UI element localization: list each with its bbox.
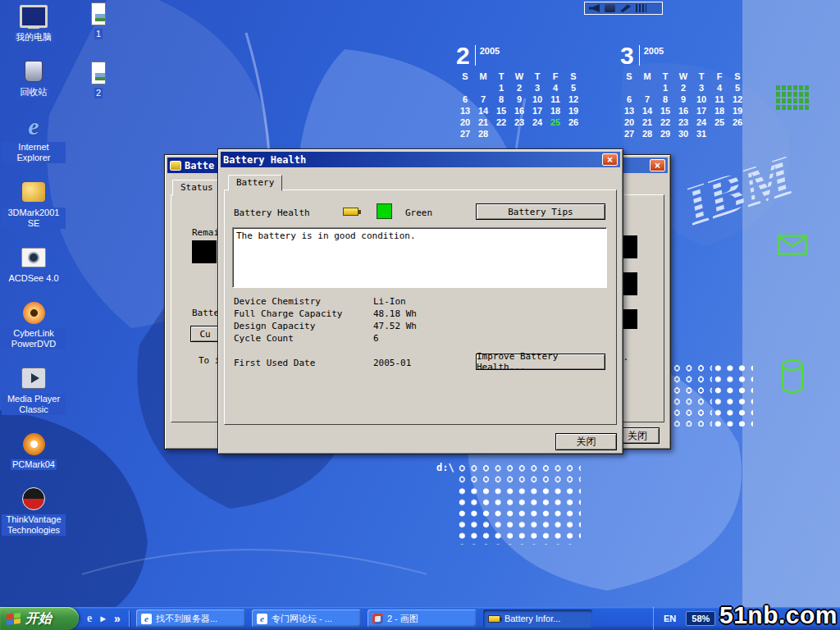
battery-detail-fields: Device ChemistryLi-IonFull Charge Capaci…: [234, 295, 595, 345]
desktop-icon-my-computer[interactable]: 我的电脑: [2, 3, 66, 43]
desktop-icon-label: 3DMark2001 SE: [2, 208, 66, 229]
paint-icon: [372, 614, 383, 624]
calendar-date: 8: [656, 94, 674, 105]
quicklaunch-ie-icon[interactable]: e: [87, 613, 92, 624]
taskbar-button[interactable]: Battery Infor...: [483, 609, 592, 628]
calendar-date: 12: [564, 94, 582, 105]
calendar-date: 27: [620, 128, 638, 139]
desktop-icon-column: 我的电脑回收站Internet Explorer3DMark2001 SEACD…: [2, 3, 66, 536]
current-button[interactable]: Cu: [190, 326, 220, 342]
close-icon[interactable]: ×: [650, 159, 665, 171]
calendar-date: 21: [638, 116, 656, 128]
battery-indicator[interactable]: 58%: [686, 611, 715, 626]
calendar-date: 23: [510, 116, 528, 128]
desktop-icon-label: 回收站: [19, 87, 49, 98]
taskbar-button-label: 2 - 画图: [387, 613, 418, 625]
health-status-swatch: [377, 203, 392, 219]
windows-logo-icon: [7, 612, 21, 624]
desktop-icon-powerdvd[interactable]: CyberLink PowerDVD: [2, 299, 66, 349]
calendar-day-header: F: [546, 71, 564, 82]
language-indicator[interactable]: EN: [664, 614, 676, 623]
tab-status[interactable]: Status: [172, 180, 221, 196]
calendar-date: 14: [638, 105, 656, 116]
field-value: 47.52 Wh: [373, 320, 417, 332]
close-icon[interactable]: ×: [602, 153, 618, 166]
calendar-date: 1: [492, 82, 510, 94]
calendar-date: 27: [456, 128, 474, 139]
quick-launch-bar: e►»: [79, 613, 129, 624]
field-label: Design Capacity: [234, 320, 373, 332]
calendar-date: [456, 82, 474, 94]
calendar-date: [564, 128, 582, 139]
file-icon-label: 1: [94, 29, 103, 39]
field-label: Full Charge Capacity: [234, 308, 373, 320]
mpc-icon: [19, 365, 48, 391]
calendar-year: 2005: [644, 46, 664, 56]
calendar-date: 24: [692, 116, 710, 128]
calendar-date: 5: [564, 82, 582, 94]
start-button[interactable]: 开始: [0, 607, 79, 630]
file-icon-1[interactable]: 1: [80, 2, 116, 39]
detail-field-row: Full Charge Capacity48.18 Wh: [234, 308, 595, 320]
improve-battery-health-button[interactable]: Improve Battery Health...: [476, 354, 605, 370]
calendar-day-header: S: [564, 71, 582, 82]
calendar-date: 3: [692, 82, 710, 94]
calendar-date: 26: [728, 116, 746, 128]
desktop-icon-recycle-bin[interactable]: 回收站: [2, 58, 66, 98]
tab-battery[interactable]: Battery: [228, 175, 282, 191]
calendar-date: 18: [710, 105, 728, 116]
my-computer-icon: [19, 3, 48, 30]
ie-icon: [19, 113, 48, 139]
battery-icon: [488, 615, 500, 623]
file-icon-2[interactable]: 2: [80, 61, 116, 98]
quicklaunch-overflow-icon[interactable]: »: [114, 613, 121, 624]
ie-page-icon: [257, 614, 267, 624]
mail-icon: [778, 235, 807, 259]
desktop-icon-ie[interactable]: Internet Explorer: [2, 113, 66, 163]
calendar-date: 29: [656, 128, 674, 139]
battery-health-titlebar[interactable]: Battery Health ×: [221, 152, 620, 167]
desktop-icon-label: Media Player Classic: [2, 394, 66, 415]
calendar-month-number: 3: [620, 44, 634, 67]
calendar-date: 22: [492, 116, 510, 128]
calendar-divider: [639, 45, 640, 66]
calendar-date: [710, 128, 728, 139]
calendar-date: 11: [710, 94, 728, 105]
taskbar-button[interactable]: 专门网论坛 - ...: [252, 609, 361, 628]
condition-text: The battery is in good condition.: [236, 231, 416, 241]
desktop-icon-thinkvantage[interactable]: ThinkVantage Technologies: [2, 486, 66, 536]
calendar-day-header: M: [474, 71, 492, 82]
calendar-date: 19: [564, 105, 582, 116]
battery-icon: [343, 208, 358, 216]
health-status-label: Green: [405, 208, 432, 218]
calendar-date: 16: [510, 105, 528, 116]
calendar-month-number: 2: [456, 44, 470, 67]
taskbar: 开始 e►» 找不到服务器...专门网论坛 - ...2 - 画图Battery…: [0, 607, 840, 630]
condition-textbox[interactable]: The battery is in good condition.: [232, 227, 607, 288]
remaining-label: Remai: [192, 227, 219, 238]
calendar-date: 4: [710, 82, 728, 94]
calendar-date: 31: [692, 128, 710, 139]
health-label: Battery Health: [234, 208, 310, 218]
desktop-icon-label: ACDSee 4.0: [7, 273, 60, 284]
taskbar-button[interactable]: 找不到服务器...: [136, 609, 245, 628]
desktop-icon-acdsee[interactable]: ACDSee 4.0: [2, 244, 66, 284]
desktop-icon-mpc[interactable]: Media Player Classic: [2, 365, 66, 415]
desktop-icon-3dmark[interactable]: 3DMark2001 SE: [2, 179, 66, 229]
desktop-icon-label: PCMark04: [11, 459, 57, 470]
calendar-date: 26: [564, 116, 582, 128]
taskbar-button[interactable]: 2 - 画图: [368, 609, 477, 628]
close-button[interactable]: 关闭: [555, 433, 617, 450]
taskbar-button-label: 专门网论坛 - ...: [272, 613, 332, 625]
calendar-day-header: T: [692, 71, 710, 82]
calendar-date: 30: [674, 128, 692, 139]
taskbar-button-label: 找不到服务器...: [156, 613, 217, 625]
battery-health-window: Battery Health × Battery Battery Health …: [217, 148, 623, 454]
desktop-icon-pcmark[interactable]: PCMark04: [2, 431, 66, 470]
battery-tips-button[interactable]: Battery Tips: [476, 203, 605, 220]
quicklaunch-media-player-icon[interactable]: ►: [98, 614, 107, 623]
calendar-date: 2: [510, 82, 528, 94]
3dmark-icon: [19, 179, 48, 205]
calendar-day-header: M: [638, 71, 656, 82]
calendar-date: 25: [710, 116, 728, 128]
